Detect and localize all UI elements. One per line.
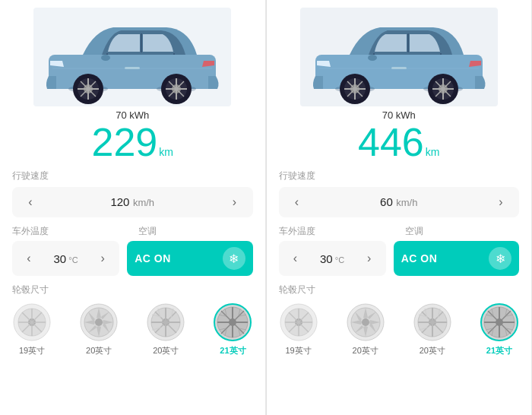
wheels-label-left: 轮毂尺寸 [12,284,253,296]
wheel-21-label-right: 21英寸 [486,345,512,356]
speed-control-right: ‹ 60 km/h › [279,187,520,217]
battery-left: 70 kWh [116,109,149,121]
svg-point-83 [368,55,377,61]
range-unit-right: km [426,146,440,158]
ac-button-right: AC ON [401,252,438,265]
svg-point-93 [362,318,369,326]
wheels-row-left: 19英寸 20英寸 [12,303,253,356]
ac-button-left: AC ON [135,252,171,265]
wheels-label-right: 轮毂尺寸 [279,284,520,296]
wheel-20b-left[interactable]: 20英寸 [146,303,185,356]
svg-point-23 [101,55,110,61]
temp-decrease-right[interactable]: ‹ [287,249,305,268]
speed-decrease-left[interactable]: ‹ [21,193,40,211]
wheel-20b-label-right: 20英寸 [420,345,445,356]
speed-increase-left[interactable]: › [226,193,244,211]
temp-ac-row-right: ‹ 30 °C › AC ON ❄ [279,241,520,276]
wheel-21-left[interactable]: 21英寸 [213,303,252,356]
temp-value-right: 30 °C [320,252,344,265]
ac-control-left[interactable]: AC ON ❄ [127,241,252,276]
wheel-19-label-left: 19英寸 [19,345,45,356]
temp-increase-left[interactable]: › [93,249,112,268]
wheel-21-label-left: 21英寸 [220,345,245,356]
range-number-left: 229 [92,122,158,162]
speed-label-right: 行驶速度 [279,169,520,182]
temp-increase-right[interactable]: › [360,249,378,268]
left-panel: 70 kWh 229 km 行驶速度 ‹ 120 km/h › 车外温度 空调 … [0,0,266,415]
speed-decrease-right[interactable]: ‹ [288,193,306,211]
temp-control-left: ‹ 30 °C › [12,241,119,276]
ac-snowflake-right: ❄ [489,247,511,270]
wheel-19-right[interactable]: 19英寸 [279,303,318,356]
temp-decrease-left[interactable]: ‹ [20,249,38,268]
battery-right: 70 kWh [382,109,416,121]
wheel-20a-label-left: 20英寸 [86,345,112,356]
wheel-20b-label-left: 20英寸 [153,345,179,356]
right-panel: 70 kWh 446 km 行驶速度 ‹ 60 km/h › 车外温度 空调 ‹… [267,0,533,415]
speed-control-left: ‹ 120 km/h › [12,187,253,217]
wheel-20a-left[interactable]: 20英寸 [79,303,119,356]
wheel-19-label-right: 19英寸 [285,345,311,356]
wheels-row-right: 19英寸 20英寸 [279,303,520,356]
svg-rect-61 [315,55,483,89]
speed-value-right: 60 km/h [380,195,417,209]
wheel-20a-right[interactable]: 20英寸 [346,303,385,356]
temp-ac-row-left: ‹ 30 °C › AC ON ❄ [12,241,253,276]
temp-section-label-right: 车外温度 [279,225,393,238]
temp-control-right: ‹ 30 °C › [279,241,386,276]
wheel-19-left[interactable]: 19英寸 [12,303,52,356]
speed-increase-right[interactable]: › [492,193,510,211]
ac-snowflake-left: ❄ [223,247,245,270]
snowflake-icon-left: ❄ [229,252,239,266]
temp-section-label-left: 车外温度 [12,225,126,238]
temp-value-left: 30 °C [54,252,78,265]
range-unit-left: km [159,146,173,158]
speed-value-left: 120 km/h [110,195,154,209]
svg-rect-82 [391,67,407,69]
wheel-20a-label-right: 20英寸 [353,345,378,356]
svg-rect-1 [49,55,216,89]
range-number-right: 446 [358,122,424,162]
car-image-right [300,8,498,106]
range-display-right: 446 km [358,122,439,162]
svg-point-33 [95,318,103,326]
car-image-left [33,8,231,106]
range-display-left: 229 km [92,122,173,162]
svg-rect-22 [125,67,140,69]
ac-control-right[interactable]: AC ON ❄ [394,241,519,276]
ac-section-label-right: 空调 [399,225,519,238]
ac-section-label-left: 空调 [132,225,252,238]
wheel-20b-right[interactable]: 20英寸 [413,303,452,356]
wheel-21-right[interactable]: 21英寸 [480,303,519,356]
speed-label-left: 行驶速度 [12,169,253,182]
snowflake-icon-right: ❄ [496,252,505,266]
